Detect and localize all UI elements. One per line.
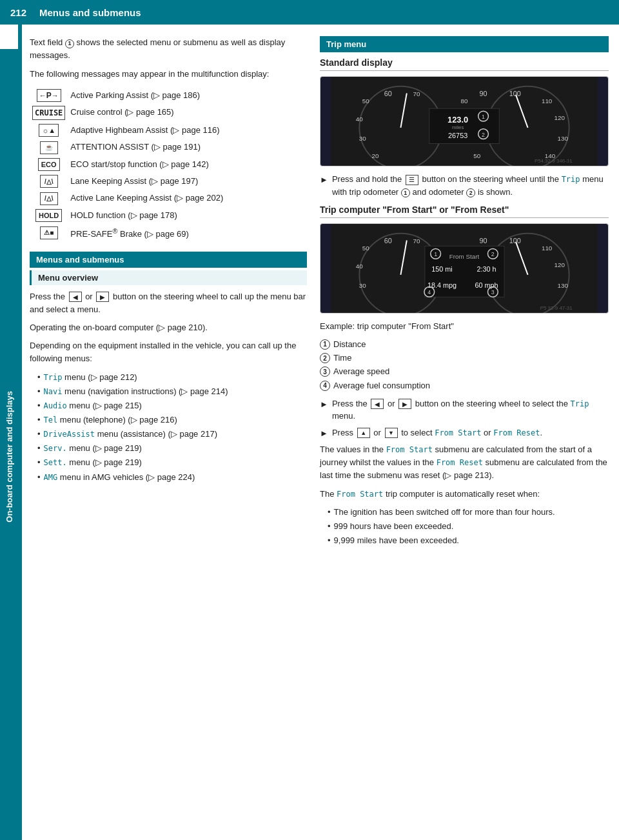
symbol-description: ATTENTION ASSIST (▷ page 191) bbox=[68, 139, 307, 156]
intro-text-2: The following messages may appear in the… bbox=[30, 68, 307, 81]
menu-overview-label: Menu overview bbox=[38, 273, 98, 283]
press-updown-instruction: ► Press ▲ or ▼ to select From Start or F… bbox=[320, 426, 609, 440]
svg-text:50: 50 bbox=[473, 152, 480, 159]
list-item: DriveAssist menu (assistance) (▷ page 21… bbox=[37, 428, 307, 441]
svg-text:1: 1 bbox=[482, 114, 485, 120]
table-row: CRUISE Cruise control (▷ page 165) bbox=[30, 104, 307, 122]
table-row: /△\ Active Lane Keeping Assist (▷ page 2… bbox=[30, 190, 307, 207]
svg-text:100: 100 bbox=[509, 90, 521, 97]
num-2: 2 bbox=[320, 353, 330, 363]
symbol-cell: CRUISE bbox=[30, 104, 68, 122]
symbol-description: Lane Keeping Assist (▷ page 197) bbox=[68, 173, 307, 190]
circle-1-ref: 1 bbox=[401, 188, 410, 197]
left-button-icon: ◀ bbox=[69, 292, 82, 302]
svg-text:70: 70 bbox=[413, 237, 420, 245]
table-row: HOLD HOLD function (▷ page 178) bbox=[30, 207, 307, 224]
table-row: ←P→ Active Parking Assist (▷ page 186) bbox=[30, 87, 307, 104]
right-button-icon: ▶ bbox=[96, 292, 109, 302]
item-text: Time bbox=[333, 352, 351, 365]
svg-text:26753: 26753 bbox=[448, 132, 467, 139]
num-3: 3 bbox=[320, 366, 330, 377]
standard-display-title: Standard display bbox=[320, 57, 609, 71]
symbol-description: ECO start/stop function (▷ page 142) bbox=[68, 156, 307, 173]
num-1: 1 bbox=[320, 339, 330, 350]
item-text: Average fuel consumption bbox=[333, 379, 430, 392]
presafe-symbol: ⚠■ bbox=[40, 226, 58, 239]
sidebar-label: On-board computer and displays bbox=[0, 49, 18, 840]
attention-symbol: ☕ bbox=[40, 141, 58, 154]
arrow-icon-3: ► bbox=[320, 427, 328, 440]
svg-text:120: 120 bbox=[555, 114, 565, 121]
table-row: /△\ Lane Keeping Assist (▷ page 197) bbox=[30, 173, 307, 190]
cruise-symbol: CRUISE bbox=[32, 106, 65, 120]
menu-overview-header: Menu overview bbox=[30, 270, 307, 285]
svg-text:2: 2 bbox=[491, 251, 495, 257]
svg-text:130: 130 bbox=[558, 135, 569, 142]
table-row: ⚠■ PRE-SAFE® Brake (▷ page 69) bbox=[30, 224, 307, 243]
active-lane-symbol: /△\ bbox=[40, 192, 58, 205]
symbol-cell: ⚠■ bbox=[30, 224, 68, 243]
svg-text:120: 120 bbox=[555, 261, 565, 268]
lane-symbol: /△\ bbox=[40, 175, 58, 188]
table-row: ☕ ATTENTION ASSIST (▷ page 191) bbox=[30, 139, 307, 156]
list-item: Tel menu (telephone) (▷ page 216) bbox=[37, 414, 307, 426]
symbol-description: HOLD function (▷ page 178) bbox=[68, 207, 307, 224]
symbol-description: Cruise control (▷ page 165) bbox=[68, 104, 307, 122]
svg-text:50: 50 bbox=[362, 97, 369, 105]
cluster2-caption: Example: trip computer "From Start" bbox=[320, 320, 609, 333]
arrow-icon-2: ► bbox=[320, 398, 328, 411]
list-item: 4Average fuel consumption bbox=[320, 379, 609, 392]
svg-text:P54.32-9 346-31: P54.32-9 346-31 bbox=[535, 158, 573, 164]
item-text: Distance bbox=[333, 338, 366, 351]
symbol-table: ←P→ Active Parking Assist (▷ page 186) C… bbox=[30, 87, 307, 243]
press-hold-text: Press and hold the ☰ button on the steer… bbox=[332, 173, 609, 198]
left-column: Text field 1 shows the selected menu or … bbox=[30, 36, 307, 828]
trip-menu-header: Trip menu bbox=[320, 36, 609, 52]
svg-text:80: 80 bbox=[461, 97, 468, 105]
trip-button-icon: ☰ bbox=[406, 175, 418, 185]
svg-text:90: 90 bbox=[480, 237, 487, 245]
left-btn-2: ◀ bbox=[371, 399, 384, 409]
cluster-image-2: 100 110 120 130 90 80 60 70 50 40 30 Fro… bbox=[320, 223, 609, 314]
press-select-instruction: ► Press the ◀ or ▶ button on the steerin… bbox=[320, 397, 609, 423]
svg-text:miles: miles bbox=[452, 125, 464, 130]
svg-text:60: 60 bbox=[384, 90, 392, 97]
symbol-cell: /△\ bbox=[30, 173, 68, 190]
svg-text:110: 110 bbox=[542, 245, 553, 252]
list-item: 9,999 miles have been exceeded. bbox=[328, 534, 609, 547]
svg-text:P5 32-9 47-31: P5 32-9 47-31 bbox=[540, 305, 573, 311]
table-row: ECO ECO start/stop function (▷ page 142) bbox=[30, 156, 307, 173]
main-wrapper: On-board computer and displays Text fiel… bbox=[0, 25, 619, 840]
operating-text: Operating the on-board computer (▷ page … bbox=[30, 321, 307, 334]
sidebar-text: On-board computer and displays bbox=[5, 391, 14, 523]
right-btn-2: ▶ bbox=[398, 399, 411, 409]
highbeam-symbol: ☼▲ bbox=[39, 124, 59, 137]
svg-text:40: 40 bbox=[356, 263, 363, 270]
num-4: 4 bbox=[320, 381, 330, 391]
content-area: Text field 1 shows the selected menu or … bbox=[22, 25, 619, 840]
trip-computer-title: Trip computer "From Start" or "From Rese… bbox=[320, 205, 609, 218]
svg-text:2:30 h: 2:30 h bbox=[477, 265, 496, 273]
symbol-cell: ECO bbox=[30, 156, 68, 173]
svg-text:110: 110 bbox=[542, 97, 553, 105]
trip-menu-label: Trip menu bbox=[326, 39, 366, 49]
hold-symbol: HOLD bbox=[35, 209, 62, 222]
page-number: 212 bbox=[10, 7, 26, 18]
svg-text:150 mi: 150 mi bbox=[431, 265, 453, 273]
circle-2-ref: 2 bbox=[466, 188, 475, 197]
svg-text:1: 1 bbox=[434, 251, 437, 257]
svg-text:30: 30 bbox=[359, 282, 366, 289]
list-item: 3Average speed bbox=[320, 365, 609, 378]
circle-1: 1 bbox=[65, 39, 74, 48]
symbol-description: PRE-SAFE® Brake (▷ page 69) bbox=[68, 224, 307, 243]
page-title: Menus and submenus bbox=[39, 7, 141, 18]
menus-section-header: Menus and submenus bbox=[30, 252, 307, 268]
list-item: The ignition has been switched off for m… bbox=[328, 506, 609, 519]
svg-text:70: 70 bbox=[413, 90, 420, 97]
svg-text:3: 3 bbox=[491, 289, 495, 295]
table-row: ☼▲ Adaptive Highbeam Assist (▷ page 116) bbox=[30, 122, 307, 139]
list-item: 2Time bbox=[320, 352, 609, 365]
svg-text:From Start: From Start bbox=[449, 253, 480, 260]
list-item: 1Distance bbox=[320, 338, 609, 351]
list-item: 999 hours have been exceeded. bbox=[328, 520, 609, 533]
